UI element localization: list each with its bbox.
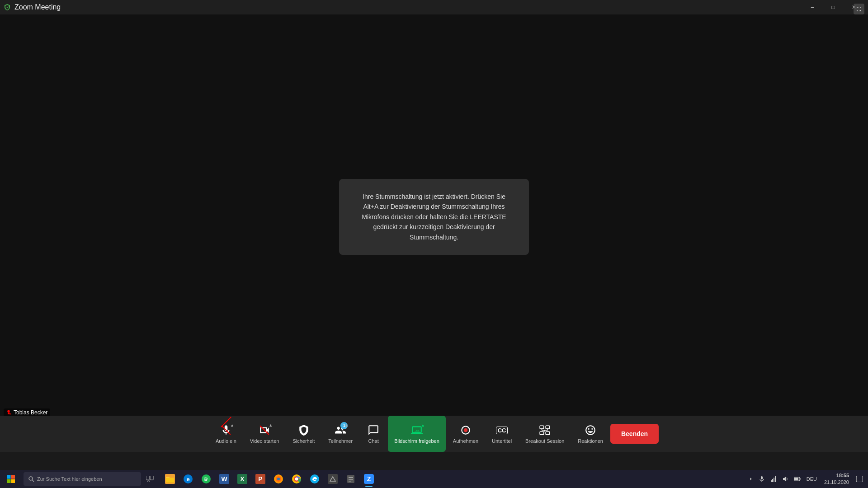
svg-rect-19 xyxy=(146,476,149,480)
breakout-icon xyxy=(538,424,551,436)
svg-point-4 xyxy=(464,428,468,432)
svg-rect-20 xyxy=(150,476,153,480)
chat-icon xyxy=(367,424,380,436)
systray-battery-icon[interactable] xyxy=(792,470,803,488)
keyboard-language: DEU xyxy=(807,476,817,482)
reactions-icon xyxy=(584,424,597,436)
svg-rect-49 xyxy=(761,476,763,479)
windows-start-button[interactable] xyxy=(0,470,22,488)
taskbar-powerpoint-icon[interactable]: P xyxy=(251,470,269,488)
audio-icon: ▲ xyxy=(220,424,232,436)
audio-button[interactable]: ▲ Audio ein xyxy=(209,416,243,452)
screenshare-icon: ▲ xyxy=(410,424,423,436)
record-button[interactable]: Aufnehmen xyxy=(447,416,485,452)
titlebar: Zoom Meeting – □ ✕ xyxy=(0,0,868,14)
minimize-button[interactable]: – xyxy=(802,0,823,14)
participants-icon: 1 ▲ xyxy=(334,424,347,436)
svg-rect-21 xyxy=(147,481,150,482)
svg-line-18 xyxy=(32,480,34,482)
breakout-label: Breakout Session xyxy=(525,438,564,444)
audio-chevron-icon: ▲ xyxy=(230,423,234,427)
task-view-button[interactable] xyxy=(141,470,159,488)
user-muted-icon xyxy=(6,410,12,415)
shield-security-icon xyxy=(4,4,11,11)
cc-icon: CC xyxy=(495,424,508,436)
video-icon: ▲ xyxy=(258,424,271,436)
security-button[interactable]: Sicherheit xyxy=(286,416,321,452)
svg-rect-52 xyxy=(772,479,773,482)
record-label: Aufnehmen xyxy=(453,438,478,444)
windows-search-bar[interactable]: Zur Suche Text hier eingeben xyxy=(24,472,141,486)
screenshare-button[interactable]: ▲ Bildschirm freigeben xyxy=(388,416,446,452)
svg-rect-14 xyxy=(11,475,15,479)
audio-label: Audio ein xyxy=(216,438,236,444)
svg-rect-25 xyxy=(166,478,174,483)
taskbar-explorer-icon[interactable] xyxy=(161,470,179,488)
systray-keyboard-lang[interactable]: DEU xyxy=(805,470,819,488)
main-content: Ihre Stummschaltung ist jetzt aktiviert.… xyxy=(0,14,868,419)
svg-rect-46 xyxy=(349,481,351,482)
taskbar-excel-icon[interactable]: X xyxy=(233,470,251,488)
systray-mic-icon[interactable] xyxy=(757,470,767,488)
subtitles-button[interactable]: CC Untertitel xyxy=(486,416,518,452)
svg-text:W: W xyxy=(221,475,227,483)
systray-notification-icon[interactable] xyxy=(854,470,864,488)
taskbar-spotify-icon[interactable] xyxy=(197,470,215,488)
taskbar-chrome-icon[interactable] xyxy=(288,470,306,488)
taskbar-zoom-icon[interactable]: Z xyxy=(360,470,378,488)
expand-button[interactable] xyxy=(854,4,864,14)
svg-text:P: P xyxy=(258,475,262,483)
mute-notification: Ihre Stummschaltung ist jetzt aktiviert.… xyxy=(339,179,529,255)
chat-button[interactable]: Chat xyxy=(360,416,387,452)
search-placeholder: Zur Suche Text hier eingeben xyxy=(37,476,102,482)
reactions-label: Reaktionen xyxy=(578,438,603,444)
systray-chevron[interactable] xyxy=(747,470,755,488)
svg-rect-57 xyxy=(800,479,801,480)
svg-rect-53 xyxy=(774,478,774,482)
user-name: Tobias Becker xyxy=(14,409,47,416)
video-label: Video starten xyxy=(250,438,279,444)
taskbar-notes-icon[interactable] xyxy=(342,470,360,488)
svg-rect-7 xyxy=(540,432,544,435)
svg-rect-42 xyxy=(328,474,338,484)
security-toolbar-icon xyxy=(297,424,310,436)
breakout-button[interactable]: Breakout Session xyxy=(519,416,571,452)
screenshare-chevron-icon: ▲ xyxy=(421,423,425,427)
svg-rect-5 xyxy=(540,426,544,429)
video-button[interactable]: ▲ Video starten xyxy=(244,416,286,452)
end-meeting-button[interactable]: Beenden xyxy=(610,424,659,444)
svg-text:Z: Z xyxy=(367,475,371,483)
video-chevron-icon: ▲ xyxy=(269,423,273,427)
taskbar-word-icon[interactable]: W xyxy=(215,470,233,488)
taskbar-firefox-icon[interactable] xyxy=(269,470,288,488)
chat-label: Chat xyxy=(368,438,379,444)
clock-date: 21.10.2020 xyxy=(824,479,849,486)
screenshare-label: Bildschirm freigeben xyxy=(394,438,439,444)
systray-volume-icon[interactable] xyxy=(780,470,790,488)
svg-rect-16 xyxy=(11,479,15,483)
svg-rect-51 xyxy=(771,480,772,482)
maximize-button[interactable]: □ xyxy=(823,0,844,14)
taskbar-edge-icon[interactable] xyxy=(306,470,324,488)
clock-time: 18:55 xyxy=(824,472,849,479)
svg-rect-44 xyxy=(349,477,353,478)
reactions-button[interactable]: Reaktionen xyxy=(571,416,609,452)
svg-rect-56 xyxy=(794,478,798,480)
participants-button[interactable]: 1 ▲ Teilnehmer xyxy=(322,416,359,452)
systray-network-icon[interactable] xyxy=(769,470,778,488)
svg-text:X: X xyxy=(240,475,245,483)
svg-rect-54 xyxy=(775,476,776,482)
svg-rect-58 xyxy=(856,476,863,482)
titlebar-title: Zoom Meeting xyxy=(14,3,61,11)
taskbar-sketch-icon[interactable] xyxy=(324,470,342,488)
zoom-window: Zoom Meeting – □ ✕ Ihre Stummschaltung i… xyxy=(0,0,868,470)
system-tray: DEU 18:55 21.10.2020 xyxy=(747,470,868,488)
svg-rect-15 xyxy=(7,479,11,483)
taskbar-apps: e W X P xyxy=(161,470,378,488)
svg-rect-6 xyxy=(546,426,550,429)
participants-chevron-icon: ▲ xyxy=(344,423,349,427)
windows-clock[interactable]: 18:55 21.10.2020 xyxy=(821,472,853,486)
taskbar-edge-work-icon[interactable]: e xyxy=(179,470,197,488)
svg-point-40 xyxy=(295,478,298,481)
svg-point-17 xyxy=(29,477,33,480)
